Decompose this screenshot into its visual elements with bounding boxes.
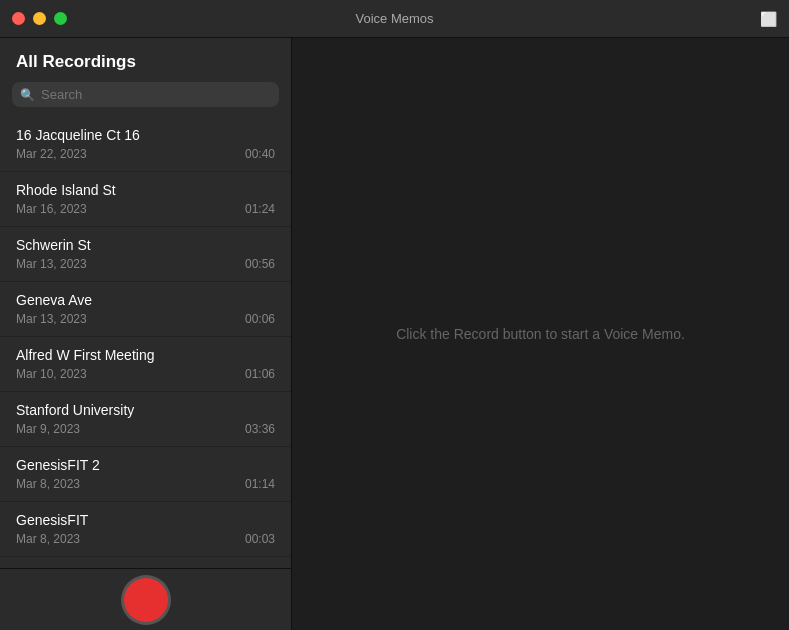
title-bar: Voice Memos ⬜ xyxy=(0,0,789,38)
main-content: Click the Record button to start a Voice… xyxy=(292,38,789,630)
recording-title: Alfred W First Meeting xyxy=(16,347,275,363)
recording-duration: 01:24 xyxy=(245,202,275,216)
recording-date: Mar 9, 2023 xyxy=(16,422,80,436)
recording-item[interactable]: 16 Jacqueline Ct 15 xyxy=(0,557,291,568)
search-box[interactable]: 🔍 xyxy=(12,82,279,107)
search-input[interactable] xyxy=(41,87,271,102)
recording-title: Rhode Island St xyxy=(16,182,275,198)
minimize-button[interactable] xyxy=(33,12,46,25)
recording-date: Mar 8, 2023 xyxy=(16,532,80,546)
sidebar-toggle-icon[interactable]: ⬜ xyxy=(760,11,777,27)
recording-item[interactable]: GenesisFIT 2Mar 8, 202301:14 xyxy=(0,447,291,502)
recording-meta: Mar 22, 202300:40 xyxy=(16,147,275,161)
recording-item[interactable]: 16 Jacqueline Ct 16Mar 22, 202300:40 xyxy=(0,117,291,172)
prompt-text: Click the Record button to start a Voice… xyxy=(396,326,685,342)
recording-meta: Mar 8, 202300:03 xyxy=(16,532,275,546)
recording-meta: Mar 13, 202300:06 xyxy=(16,312,275,326)
recording-item[interactable]: Rhode Island StMar 16, 202301:24 xyxy=(0,172,291,227)
recording-duration: 00:40 xyxy=(245,147,275,161)
recording-meta: Mar 13, 202300:56 xyxy=(16,257,275,271)
recording-meta: Mar 8, 202301:14 xyxy=(16,477,275,491)
window-controls[interactable] xyxy=(12,12,67,25)
recording-meta: Mar 9, 202303:36 xyxy=(16,422,275,436)
recording-date: Mar 22, 2023 xyxy=(16,147,87,161)
recording-duration: 00:03 xyxy=(245,532,275,546)
recording-date: Mar 13, 2023 xyxy=(16,257,87,271)
close-button[interactable] xyxy=(12,12,25,25)
window-title: Voice Memos xyxy=(355,11,433,26)
recording-title: GenesisFIT 2 xyxy=(16,457,275,473)
recording-title: Stanford University xyxy=(16,402,275,418)
recording-meta: Mar 10, 202301:06 xyxy=(16,367,275,381)
recording-date: Mar 16, 2023 xyxy=(16,202,87,216)
recording-item[interactable]: Stanford UniversityMar 9, 202303:36 xyxy=(0,392,291,447)
recordings-list: 16 Jacqueline Ct 16Mar 22, 202300:40Rhod… xyxy=(0,117,291,568)
sidebar: All Recordings 🔍 16 Jacqueline Ct 16Mar … xyxy=(0,38,292,630)
recording-meta: Mar 16, 202301:24 xyxy=(16,202,275,216)
recording-item[interactable]: Geneva AveMar 13, 202300:06 xyxy=(0,282,291,337)
recording-item[interactable]: GenesisFITMar 8, 202300:03 xyxy=(0,502,291,557)
recording-duration: 00:56 xyxy=(245,257,275,271)
maximize-button[interactable] xyxy=(54,12,67,25)
recording-title: 16 Jacqueline Ct 15 xyxy=(16,567,275,568)
recording-title: Schwerin St xyxy=(16,237,275,253)
recording-duration: 01:14 xyxy=(245,477,275,491)
search-icon: 🔍 xyxy=(20,88,35,102)
recording-date: Mar 13, 2023 xyxy=(16,312,87,326)
recording-duration: 03:36 xyxy=(245,422,275,436)
sidebar-bottom-bar xyxy=(0,568,291,630)
recording-duration: 01:06 xyxy=(245,367,275,381)
recording-duration: 00:06 xyxy=(245,312,275,326)
sidebar-header: All Recordings xyxy=(0,38,291,82)
recording-title: GenesisFIT xyxy=(16,512,275,528)
recording-item[interactable]: Alfred W First MeetingMar 10, 202301:06 xyxy=(0,337,291,392)
recording-date: Mar 10, 2023 xyxy=(16,367,87,381)
recording-title: Geneva Ave xyxy=(16,292,275,308)
recording-item[interactable]: Schwerin StMar 13, 202300:56 xyxy=(0,227,291,282)
record-button[interactable] xyxy=(124,578,168,622)
recording-date: Mar 8, 2023 xyxy=(16,477,80,491)
recording-title: 16 Jacqueline Ct 16 xyxy=(16,127,275,143)
main-layout: All Recordings 🔍 16 Jacqueline Ct 16Mar … xyxy=(0,38,789,630)
